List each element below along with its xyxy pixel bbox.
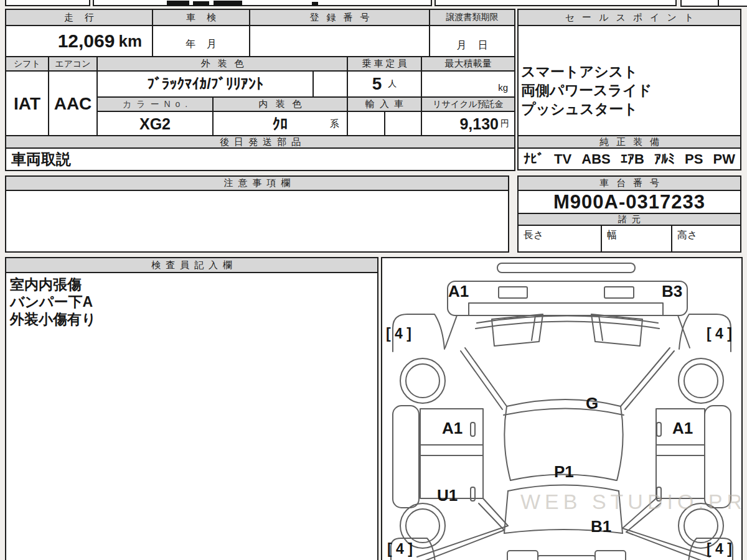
capacity-value: 5	[372, 74, 382, 94]
mileage-unit: km	[118, 32, 142, 51]
capacity-header: 乗車定員	[347, 56, 422, 72]
specs-header: 諸元	[517, 213, 741, 226]
equipment-item: ｱﾙﾐ	[654, 151, 675, 167]
recycle-deposit-header: リサイクル預託金	[421, 96, 515, 112]
car-top-view-drawing	[382, 258, 741, 560]
recycle-deposit-value: 9,130	[459, 115, 499, 133]
cutoff-divider	[718, 0, 719, 6]
tire-grade-rear-left: [ 4 ]	[387, 542, 413, 556]
recycle-deposit-unit: 円	[500, 118, 509, 129]
equipment-item: PS	[685, 151, 703, 167]
cutoff-cell-2	[93, 0, 432, 6]
damage-code-front-left: A1	[448, 283, 469, 299]
shift-value: IAT	[5, 70, 49, 137]
transfer-placeholder: 月 日	[429, 25, 515, 57]
sales-point-item: 両側パワースライド	[521, 81, 652, 100]
aircon-value: AAC	[48, 70, 98, 137]
capacity-unit: 人	[388, 78, 397, 90]
mileage-header: 走行	[5, 9, 153, 26]
exterior-color-extra-cell	[312, 70, 348, 98]
equipment-item: ﾅﾋﾞ	[524, 151, 544, 167]
glyph-fragment	[312, 2, 318, 6]
inspector-line: バンパー下A	[10, 293, 96, 310]
cutoff-cell-4	[680, 0, 747, 7]
aircon-header: エアコン	[48, 56, 98, 72]
cutoff-cell-1	[5, 0, 90, 6]
color-no-value: XG2	[96, 111, 214, 137]
damage-code-door-right: A1	[672, 420, 693, 436]
equipment-item: PW	[713, 151, 735, 167]
import-header: 輸入車	[347, 96, 422, 112]
inspector-line: 外装小傷有り	[10, 310, 96, 328]
interior-color-suffix: 系	[330, 118, 339, 130]
equipment-item: TV	[554, 151, 571, 167]
glyph-fragment	[167, 1, 189, 6]
color-no-header: カラーNo.	[96, 96, 214, 112]
mileage-value: 12,069	[58, 30, 115, 52]
spec-length-cell: 長さ	[517, 225, 602, 253]
later-parts-header: 後日発送部品	[5, 135, 515, 149]
damage-diagram-box: WEB STUDIO.PRO A1 B3 [ 4 ] [ 4 ] G A1 A1…	[381, 257, 743, 560]
damage-code-door-left: A1	[442, 420, 463, 436]
interior-color-header: 内装色	[212, 96, 348, 112]
equipment-item: ｴｱB	[621, 151, 644, 167]
registration-header: 登録番号	[249, 9, 430, 26]
damage-code-front-right: B3	[662, 283, 682, 299]
damage-code-rear-door-left: U1	[437, 487, 458, 503]
spec-width-cell: 幅	[601, 225, 672, 253]
import-cell-a	[347, 111, 385, 137]
shift-header: シフト	[5, 56, 49, 72]
exterior-color-header: 外装色	[96, 56, 348, 72]
auction-sheet-page: 走行 車検 登録番号 譲渡書類期限 12,069 km 年 月 月 日 シフト …	[0, 0, 747, 560]
tire-grade-front-left: [ 4 ]	[386, 327, 411, 341]
interior-color-value: ｸﾛ	[273, 115, 288, 133]
tire-grade-front-right: [ 4 ]	[707, 327, 732, 341]
damage-code-rear: B1	[591, 518, 611, 534]
inspector-header: 検査員記入欄	[5, 257, 378, 273]
glyph-fragment	[193, 1, 209, 6]
equipment-header: 純正装備	[517, 135, 741, 149]
spec-height-cell: 高さ	[671, 225, 741, 253]
max-load-header: 最大積載量	[421, 56, 515, 72]
sales-point-item: プッシュスタート	[521, 100, 652, 118]
notes-header: 注意事項欄	[5, 175, 509, 191]
glyph-fragment	[214, 1, 242, 6]
notes-body	[5, 190, 509, 253]
registration-value	[249, 25, 430, 57]
chassis-number-value: M900A-0317233	[517, 190, 741, 214]
chassis-number-header: 車台番号	[517, 175, 741, 191]
damage-code-hood: G	[586, 395, 598, 411]
inspection-header: 車検	[152, 9, 250, 26]
cutoff-cell-3	[435, 0, 677, 6]
damage-code-roof: P1	[554, 464, 574, 480]
import-cell-b	[384, 111, 422, 137]
tire-grade-rear-right: [ 4 ]	[707, 542, 732, 556]
equipment-row: ﾅﾋﾞ TV ABS ｴｱB ｱﾙﾐ PS PW	[517, 147, 741, 170]
max-load-unit: kg	[498, 82, 508, 93]
inspection-placeholder: 年 月	[152, 25, 250, 57]
transfer-deadline-header: 譲渡書類期限	[429, 9, 515, 26]
inspector-line: 室内内張傷	[10, 276, 96, 293]
sales-point-item: スマートアシスト	[521, 62, 652, 81]
exterior-color-value: ﾌﾞﾗｯｸﾏｲｶ/ﾌﾞﾘﾘｱﾝﾄ	[96, 70, 314, 98]
equipment-item: ABS	[581, 151, 610, 167]
watermark: WEB STUDIO.PRO	[520, 490, 743, 514]
later-parts-value: 車両取説	[5, 147, 515, 171]
sales-points-header: セールスポイント	[517, 9, 741, 26]
